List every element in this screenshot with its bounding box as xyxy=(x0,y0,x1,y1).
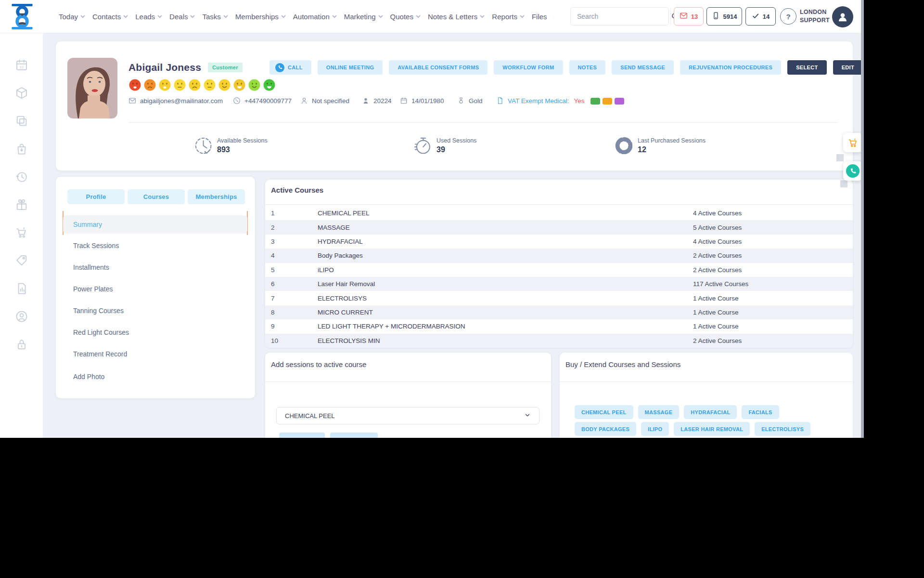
course-row-8[interactable]: 8MICRO CURRENT1 Active Course xyxy=(265,305,853,319)
clockcheck-icon xyxy=(193,136,212,156)
available-consent-forms-button[interactable]: AVAILABLE CONSENT FORMS xyxy=(389,60,488,75)
cart-icon[interactable] xyxy=(15,226,28,239)
medal-icon xyxy=(457,97,465,105)
course-row-7[interactable]: 7ELECTROLISYS1 Active Course xyxy=(265,291,853,305)
chip-ilipo[interactable]: ILIPO xyxy=(641,422,669,436)
chip-chemical-peel[interactable]: CHEMICAL PEEL xyxy=(575,405,633,419)
nav-item-automation[interactable]: Automation xyxy=(293,13,337,21)
chip-facials[interactable]: FACIALS xyxy=(742,405,779,419)
buy-extend-divider xyxy=(560,381,853,382)
course-row-1[interactable]: 1CHEMICAL PEEL4 Active Courses xyxy=(265,206,853,220)
customer-email[interactable]: abigailjones@mailinator.com xyxy=(128,97,223,105)
panel-item-track-sessions[interactable]: Track Sessions xyxy=(73,242,119,250)
support-line: SUPPORT xyxy=(800,16,830,25)
course-number: 7 xyxy=(271,295,318,302)
nav-item-tasks[interactable]: Tasks xyxy=(202,13,228,21)
course-row-4[interactable]: 4Body Packages2 Active Courses xyxy=(265,249,853,263)
panel-item-installments[interactable]: Installments xyxy=(73,263,109,272)
lock-icon[interactable] xyxy=(15,338,28,351)
course-count: 2 Active Courses xyxy=(693,266,853,274)
bag-icon[interactable] xyxy=(15,142,28,156)
nav-item-files[interactable]: Files xyxy=(532,13,547,21)
course-row-6[interactable]: 6Laser Hair Removal117 Active Courses xyxy=(265,277,853,291)
nav-item-today[interactable]: Today xyxy=(59,13,85,21)
select-button[interactable]: SELECT xyxy=(787,60,827,75)
report-icon[interactable] xyxy=(15,282,28,295)
notes-button[interactable]: NOTES xyxy=(569,60,606,75)
package-icon[interactable] xyxy=(15,86,28,100)
tab-courses[interactable]: Courses xyxy=(128,189,185,204)
workflow-form-button[interactable]: WORKFLOW FORM xyxy=(494,60,563,75)
nav-item-deals[interactable]: Deals xyxy=(169,13,195,21)
whatsapp-float-button[interactable] xyxy=(843,161,862,181)
nav-item-memberships[interactable]: Memberships xyxy=(235,13,286,21)
nav-item-notes-letters[interactable]: Notes & Letters xyxy=(428,13,485,21)
nav-item-reports[interactable]: Reports xyxy=(492,13,525,21)
cart-float-button[interactable] xyxy=(843,133,862,152)
nav-item-contacts[interactable]: Contacts xyxy=(92,13,128,21)
call-button[interactable]: CALL xyxy=(270,60,311,75)
rejuvenation-procedures-button[interactable]: REJUVENATION PROCEDURES xyxy=(680,60,781,75)
chip-hydrafacial[interactable]: HYDRAFACIAL xyxy=(684,405,737,419)
account-avatar[interactable] xyxy=(832,6,853,27)
chip-electrolisys[interactable]: ELECTROLISYS xyxy=(755,422,810,436)
course-row-9[interactable]: 9LED LIGHT THERAPY + MICRODERMABRASION1 … xyxy=(265,319,853,333)
app-logo-icon[interactable] xyxy=(10,4,35,29)
rating-emoji-7[interactable] xyxy=(218,79,231,93)
online-meeting-button[interactable]: ONLINE MEETING xyxy=(318,60,383,75)
course-row-3[interactable]: 3HYDRAFACIAL4 Active Courses xyxy=(265,235,853,249)
search-input[interactable] xyxy=(571,8,670,25)
customer-phone[interactable]: +447490009777 xyxy=(233,97,292,105)
scrollbar[interactable] xyxy=(861,0,864,438)
document-icon xyxy=(496,97,504,105)
cut-button[interactable] xyxy=(279,433,325,438)
copy-icon[interactable] xyxy=(15,114,28,128)
add-sessions-divider xyxy=(265,381,551,382)
tab-profile[interactable]: Profile xyxy=(67,189,125,204)
course-number: 2 xyxy=(271,224,318,231)
panel-item-red-light-courses[interactable]: Red Light Courses xyxy=(73,328,129,337)
course-row-2[interactable]: 2MASSAGE5 Active Courses xyxy=(265,220,853,234)
panel-item-add-photo[interactable]: Add Photo xyxy=(73,373,104,381)
phone-badge[interactable]: 5914 xyxy=(706,7,742,26)
nav-item-leads[interactable]: Leads xyxy=(135,13,162,21)
tasks-badge[interactable]: 14 xyxy=(745,7,776,26)
main-nav: TodayContactsLeadsDealsTasksMembershipsA… xyxy=(59,0,547,33)
tab-memberships[interactable]: Memberships xyxy=(188,189,245,204)
course-row-10[interactable]: 10ELECTROLYSIS MIN2 Active Courses xyxy=(265,334,853,348)
rating-emoji-6[interactable] xyxy=(203,79,216,93)
nav-item-quotes[interactable]: Quotes xyxy=(390,13,421,21)
rating-emoji-5[interactable] xyxy=(188,79,201,93)
send-message-button[interactable]: SEND MESSAGE xyxy=(612,60,674,75)
rating-emoji-3[interactable] xyxy=(158,79,171,93)
chip-body-packages[interactable]: BODY PACKAGES xyxy=(575,422,636,436)
rating-emoji-9[interactable] xyxy=(248,79,261,93)
panel-item-tanning-courses[interactable]: Tanning Courses xyxy=(73,307,124,315)
rating-emoji-2[interactable] xyxy=(143,79,156,93)
rating-emoji-4[interactable] xyxy=(173,79,186,93)
rating-emoji-1[interactable] xyxy=(128,79,141,93)
cut-button[interactable] xyxy=(330,433,378,438)
calendar-icon[interactable]: 12 xyxy=(15,58,28,72)
panel-item-treatment-record[interactable]: Treatment Record xyxy=(73,350,127,359)
history-icon[interactable] xyxy=(15,170,28,184)
chip-massage[interactable]: MASSAGE xyxy=(638,405,680,419)
support-line: LONDON xyxy=(800,8,830,16)
stat-label: Available Sessions xyxy=(217,136,268,144)
chip-laser-hair-removal[interactable]: LASER HAIR REMOVAL xyxy=(674,422,750,436)
icon-sidebar: 12 xyxy=(0,33,43,438)
panel-item-summary[interactable]: Summary xyxy=(63,215,247,234)
edit-button[interactable]: EDIT xyxy=(833,60,863,75)
user-icon[interactable] xyxy=(15,310,28,323)
tag-icon[interactable] xyxy=(15,254,28,267)
course-select[interactable]: CHEMICAL PEEL xyxy=(276,407,539,424)
gift-icon[interactable] xyxy=(15,198,28,211)
nav-item-marketing[interactable]: Marketing xyxy=(344,13,383,21)
help-button[interactable]: ? xyxy=(780,8,796,25)
rating-emoji-8[interactable] xyxy=(233,79,246,93)
course-row-5[interactable]: 5iLIPO2 Active Courses xyxy=(265,263,853,277)
top-bar: TodayContactsLeadsDealsTasksMembershipsA… xyxy=(0,0,864,33)
mail-badge[interactable]: 13 xyxy=(674,7,704,26)
rating-emoji-10[interactable] xyxy=(263,79,276,93)
panel-item-power-plates[interactable]: Power Plates xyxy=(73,285,113,294)
